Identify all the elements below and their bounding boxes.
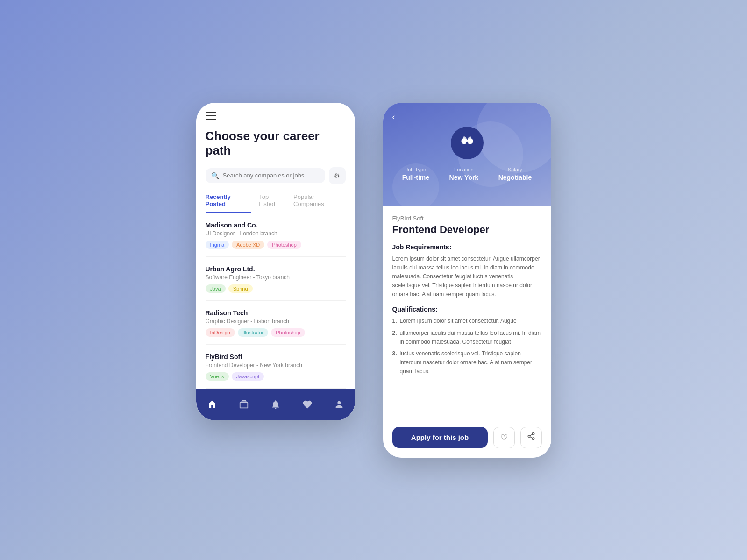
job-role: Frontend Developer - New York branch [206, 362, 346, 369]
phone-right: ‹ Job Type Full-time [383, 103, 551, 458]
job-item[interactable]: FlyBird Soft Frontend Developer - New Yo… [206, 353, 346, 389]
salary-value: Negotiable [498, 174, 532, 181]
share-icon [527, 432, 535, 443]
job-item[interactable]: Urban Agro Ltd. Software Engineer - Toky… [206, 265, 346, 301]
svg-line-4 [530, 437, 532, 438]
job-meta: Job Type Full-time Location New York Sal… [392, 167, 542, 181]
job-company: Radison Tech [206, 309, 346, 317]
job-tags: Vue.js Javascript [206, 372, 346, 381]
job-tags: Figma Adobe XD Photoshop [206, 241, 346, 249]
filter-icon: ⚙ [334, 172, 340, 179]
favorite-button[interactable]: ♡ [493, 427, 515, 448]
requirements-text: Lorem ipsum dolor sit amet consectetur. … [392, 255, 542, 299]
job-company: Madison and Co. [206, 221, 346, 229]
qualification-item: ullamcorper iaculis dui massa tellus leo… [392, 329, 542, 347]
share-button[interactable] [520, 427, 542, 448]
svg-point-3 [532, 438, 534, 440]
search-bar: 🔍 ⚙ [206, 167, 346, 184]
qualifications-title: Qualifications: [392, 305, 542, 313]
salary-label: Salary [498, 167, 532, 172]
job-detail-body: FlyBird Soft Frontend Developer Job Requ… [383, 206, 551, 421]
job-tags: InDesign Illustrator Photoshop [206, 328, 346, 337]
search-icon: 🔍 [211, 172, 219, 179]
tag: Vue.js [206, 372, 229, 381]
tag: Photoshop [271, 328, 305, 337]
meta-job-type: Job Type Full-time [402, 167, 429, 181]
heart-icon: ♡ [500, 432, 508, 443]
job-item[interactable]: Radison Tech Graphic Designer - Lisbon b… [206, 309, 346, 345]
job-type-value: Full-time [402, 174, 429, 181]
job-company: FlyBird Soft [206, 353, 346, 361]
requirements-title: Job Requirements: [392, 243, 542, 251]
back-button[interactable]: ‹ [392, 112, 395, 122]
tag: Adobe XD [232, 241, 264, 249]
search-input-wrap[interactable]: 🔍 [206, 168, 325, 183]
job-role: Graphic Designer - Lisbon branch [206, 318, 346, 325]
hero-title: Choose your career path [206, 129, 346, 158]
nav-bell-icon[interactable] [270, 399, 281, 410]
company-logo [451, 127, 484, 159]
location-value: New York [449, 174, 479, 181]
qualifications-list: Lorem ipsum dolor sit amet consectetur. … [392, 317, 542, 376]
tab-top-listed[interactable]: Top Listed [259, 193, 286, 213]
job-role: Software Engineer - Tokyo branch [206, 274, 346, 281]
svg-point-0 [466, 141, 468, 143]
meta-salary: Salary Negotiable [498, 167, 532, 181]
tag: Figma [206, 241, 229, 249]
tag: InDesign [206, 328, 235, 337]
qualification-item: luctus venenatis scelerisque vel. Tristi… [392, 349, 542, 376]
job-list: Madison and Co. UI Designer - London bra… [206, 221, 346, 389]
nav-heart-icon[interactable] [302, 399, 313, 410]
tab-recently-posted[interactable]: Recently Posted [206, 193, 252, 213]
tabs: Recently Posted Top Listed Popular Compa… [206, 193, 346, 213]
svg-line-5 [530, 434, 532, 436]
job-detail-footer: Apply for this job ♡ [383, 421, 551, 458]
tag: Spring [228, 284, 253, 293]
apply-button[interactable]: Apply for this job [392, 427, 488, 448]
tag: Javascript [232, 372, 264, 381]
nav-briefcase-icon[interactable] [239, 399, 249, 410]
nav-person-icon[interactable] [334, 399, 344, 410]
job-role: UI Designer - London branch [206, 230, 346, 237]
tag: Illustrator [238, 328, 268, 337]
job-type-label: Job Type [402, 167, 429, 172]
svg-point-2 [528, 435, 530, 438]
job-item[interactable]: Madison and Co. UI Designer - London bra… [206, 221, 346, 257]
hamburger-menu[interactable] [206, 112, 346, 120]
tag: Photoshop [267, 241, 301, 249]
phone-left: Choose your career path 🔍 ⚙ Recently Pos… [196, 103, 355, 420]
location-label: Location [449, 167, 479, 172]
tag: Java [206, 284, 226, 293]
flybird-icon [459, 135, 476, 151]
filter-button[interactable]: ⚙ [329, 167, 346, 184]
bottom-nav [196, 389, 355, 420]
detail-job-title: Frontend Developer [392, 224, 542, 236]
nav-home-icon[interactable] [207, 399, 217, 410]
phones-container: Choose your career path 🔍 ⚙ Recently Pos… [196, 103, 551, 458]
job-company: Urban Agro Ltd. [206, 265, 346, 273]
detail-company-name: FlyBird Soft [392, 215, 542, 222]
search-input[interactable] [223, 172, 320, 179]
job-tags: Java Spring [206, 284, 346, 293]
svg-point-1 [532, 433, 534, 435]
job-detail-header: ‹ Job Type Full-time [383, 103, 551, 206]
tab-popular-companies[interactable]: Popular Companies [293, 193, 345, 213]
company-logo-wrap [392, 127, 542, 159]
qualification-item: Lorem ipsum dolor sit amet consectetur. … [392, 317, 542, 326]
meta-location: Location New York [449, 167, 479, 181]
